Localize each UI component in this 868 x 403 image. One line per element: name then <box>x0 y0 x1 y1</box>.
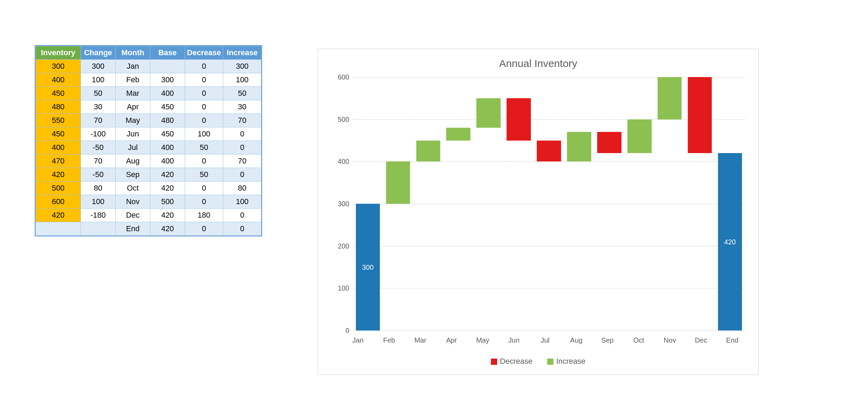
table-row: 45050Mar400050 <box>36 87 261 100</box>
cell-increase: 30 <box>223 100 261 114</box>
bar-total: 420 <box>718 153 742 330</box>
cell-change: 100 <box>81 73 116 87</box>
col-inventory: Inventory <box>36 46 81 60</box>
bar-dec <box>537 141 561 162</box>
bar-dec <box>688 77 712 153</box>
cell-month: Oct <box>116 182 150 195</box>
cell-month: Jul <box>116 141 150 154</box>
x-tick: Sep <box>601 336 614 344</box>
cell-change: 70 <box>81 114 116 127</box>
chart-title: Annual Inventory <box>328 58 748 69</box>
bar-slot <box>413 77 443 330</box>
cell-month: End <box>116 222 150 236</box>
cell-increase: 70 <box>223 154 261 168</box>
cell-base: 500 <box>150 195 185 209</box>
cell-base: 450 <box>150 100 185 114</box>
table-row: 600100Nov5000100 <box>36 195 261 209</box>
cell-month: Feb <box>116 73 150 87</box>
cell-base: 400 <box>150 87 185 100</box>
cell-decrease: 180 <box>185 209 223 222</box>
cell-month: Jan <box>116 60 150 73</box>
x-tick: Aug <box>570 336 583 344</box>
x-axis: JanFebMarAprMayJunJulAugSepOctNovDecEnd <box>342 336 748 347</box>
bar-dec <box>507 98 531 141</box>
cell-change: 100 <box>81 195 116 209</box>
x-tick: Dec <box>695 336 707 344</box>
cell-change: 30 <box>81 100 116 114</box>
legend-decrease: Decrease <box>491 357 535 366</box>
table-row: 48030Apr450030 <box>36 100 261 114</box>
cell-base: 420 <box>150 168 185 182</box>
y-tick: 200 <box>335 242 349 250</box>
x-tick: Jun <box>508 336 519 344</box>
cell-change: 50 <box>81 87 116 100</box>
table-row: 420-180Dec4201800 <box>36 209 261 222</box>
table-row: End42000 <box>36 222 261 236</box>
bar-slot <box>594 77 624 330</box>
table-row: 450-100Jun4501000 <box>36 127 261 141</box>
cell-base: 450 <box>150 127 185 141</box>
bar-slot <box>654 77 685 330</box>
cell-change: 70 <box>81 154 116 168</box>
cell-change: 80 <box>81 182 116 195</box>
bar-label: 300 <box>356 263 380 271</box>
cell-inventory: 450 <box>36 87 81 100</box>
y-tick: 0 <box>335 327 349 335</box>
plot-area: 0100200300400500600300420 <box>335 77 745 330</box>
cell-base: 400 <box>150 154 185 168</box>
cell-change: -50 <box>81 168 116 182</box>
cell-inventory <box>36 222 81 236</box>
cell-increase: 0 <box>223 222 261 236</box>
legend-swatch-decrease <box>491 359 497 365</box>
inventory-table: Inventory Change Month Base Decrease Inc… <box>35 45 262 236</box>
cell-decrease: 0 <box>185 60 223 73</box>
cell-increase: 80 <box>223 182 261 195</box>
bar-label: 420 <box>718 238 742 246</box>
cell-inventory: 600 <box>36 195 81 209</box>
cell-decrease: 0 <box>185 100 223 114</box>
cell-increase: 100 <box>223 195 261 209</box>
bar-slot: 300 <box>353 77 383 330</box>
bar-inc <box>567 132 591 161</box>
bar-slot: 420 <box>715 77 745 330</box>
cell-base: 480 <box>150 114 185 127</box>
cell-inventory: 400 <box>36 141 81 154</box>
cell-inventory: 300 <box>36 60 81 73</box>
x-tick: Oct <box>633 336 644 344</box>
cell-change <box>81 222 116 236</box>
cell-decrease: 0 <box>185 195 223 209</box>
cell-base: 300 <box>150 73 185 87</box>
bar-inc <box>446 128 470 141</box>
col-month: Month <box>116 46 150 60</box>
table-row: 300300Jan0300 <box>36 60 261 73</box>
cell-month: Aug <box>116 154 150 168</box>
cell-inventory: 500 <box>36 182 81 195</box>
cell-change: -50 <box>81 141 116 154</box>
bar-inc <box>476 98 501 128</box>
cell-month: Jun <box>116 127 150 141</box>
table-row: 47070Aug400070 <box>36 154 261 168</box>
cell-change: -180 <box>81 209 116 222</box>
cell-decrease: 0 <box>185 87 223 100</box>
cell-increase: 70 <box>223 114 261 127</box>
bar-slot <box>504 77 534 330</box>
y-tick: 100 <box>335 284 349 292</box>
x-tick: Jan <box>352 336 364 344</box>
grid-line <box>353 330 745 331</box>
cell-decrease: 50 <box>185 168 223 182</box>
bar-inc <box>658 77 682 119</box>
col-increase: Increase <box>223 46 261 60</box>
cell-increase: 0 <box>223 209 261 222</box>
cell-inventory: 480 <box>36 100 81 114</box>
waterfall-chart: Annual Inventory 01002003004005006003004… <box>318 49 759 375</box>
bar-slot <box>383 77 413 330</box>
cell-inventory: 450 <box>36 127 81 141</box>
x-tick: Feb <box>383 336 395 344</box>
bar-inc <box>416 141 441 162</box>
cell-base: 420 <box>150 209 185 222</box>
cell-increase: 0 <box>223 168 261 182</box>
col-change: Change <box>81 46 116 60</box>
cell-base: 420 <box>150 222 185 236</box>
cell-base: 400 <box>150 141 185 154</box>
cell-increase: 0 <box>223 127 261 141</box>
